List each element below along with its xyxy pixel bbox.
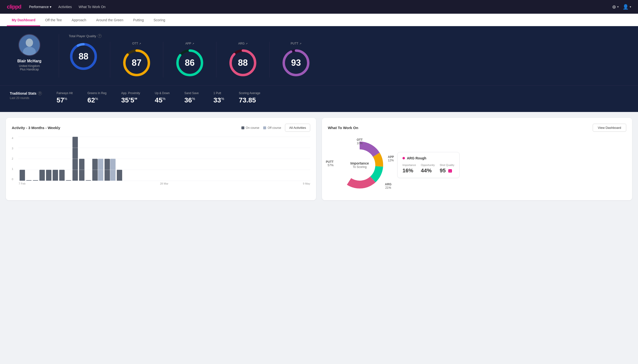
nav-right: ⊕▾ 👤▾ [612, 4, 631, 10]
profile-country: United Kingdom [19, 64, 40, 68]
tabs-bar: My Dashboard Off the Tee Approach Around… [0, 14, 638, 26]
stat-fairways: Fairways Hit 57% [57, 92, 73, 104]
app-label: APP ↗ [185, 42, 194, 45]
putt-label: PUTT ↗ [291, 42, 301, 45]
profile-handicap: Plus Handicap [20, 68, 39, 71]
help-icon[interactable]: ? [98, 34, 102, 38]
arg-circle: 88 [228, 48, 258, 78]
info-card: ARG Rough Importance 16% Opportunity 44%… [397, 152, 460, 178]
ott-trend-icon: ↗ [139, 42, 141, 45]
stat-proximity: App. Proximity 35'5" [121, 92, 140, 104]
divider [59, 34, 59, 78]
tab-my-dashboard[interactable]: My Dashboard [7, 14, 40, 26]
nav-links: Performance ▾ Activities What To Work On [29, 5, 106, 9]
putt-trend-icon: ↗ [299, 42, 301, 45]
stats-items: Fairways Hit 57% Greens In Reg 62% App. … [57, 92, 260, 104]
metric-shot-quality: Shot Quality 95 ↓ [440, 164, 454, 174]
grid-line [19, 159, 310, 159]
user-menu-button[interactable]: 👤▾ [622, 4, 631, 10]
arg-label: ARG ↗ [238, 42, 248, 45]
stat-gir: Greens In Reg 62% [87, 92, 106, 104]
off-course-dot [263, 126, 266, 129]
putt-value: 93 [291, 58, 301, 68]
on-course-dot [241, 126, 244, 129]
tab-putting[interactable]: Putting [128, 14, 149, 26]
arg-label: ARG 21% [385, 182, 391, 190]
bars-area: 7 Feb 28 Mar 9 May [19, 137, 310, 186]
stats-subtitle: Last 20 rounds [10, 96, 42, 100]
nav-activities[interactable]: Activities [58, 5, 72, 9]
nav-performance[interactable]: Performance ▾ [29, 5, 51, 9]
wtwon-header: What To Work On View Dashboard [328, 124, 626, 132]
ott-value: 87 [132, 58, 141, 68]
grid [19, 137, 310, 181]
donut-center: Importance To Scoring [350, 161, 369, 169]
tab-approach[interactable]: Approach [67, 14, 91, 26]
wtwon-title: What To Work On [328, 126, 358, 130]
score-app: APP ↗ 86 [163, 42, 217, 78]
ott-label: OTT ↗ [132, 42, 141, 45]
info-card-title: ARG Rough [402, 156, 454, 160]
bottom-panels: Activity - 3 Months - Weekly On course O… [0, 112, 638, 206]
app-trend-icon: ↗ [192, 42, 194, 45]
stat-updown: Up & Down 45% [155, 92, 170, 104]
score-arg: ARG ↗ 88 [217, 42, 270, 78]
tab-off-the-tee[interactable]: Off the Tee [40, 14, 67, 26]
stat-scoring-avg: Scoring Average 73.85 [239, 92, 260, 104]
profile-section: Blair McHarg United Kingdom Plus Handica… [10, 34, 49, 71]
donut-chart: Importance To Scoring OTT 10% APP 12% AR… [328, 136, 391, 194]
grid-line [19, 137, 310, 137]
svg-point-1 [26, 38, 33, 47]
view-dashboard-button[interactable]: View Dashboard [593, 124, 626, 132]
stat-sandsave: Sand Save 36% [184, 92, 199, 104]
avatar [18, 34, 40, 56]
score-circles: 88 OTT ↗ 87 [69, 42, 628, 78]
profile-name: Blair McHarg [17, 59, 42, 63]
chart-legend: On course Off course [241, 126, 281, 130]
metric-importance: Importance 16% [402, 164, 416, 174]
grid-line [19, 181, 310, 181]
stat-1putt: 1 Putt 33% [214, 92, 224, 104]
legend-on-course: On course [241, 126, 259, 130]
score-putt: PUTT ↗ 93 [270, 42, 322, 78]
stats-section: Traditional Stats ? Last 20 rounds Fairw… [0, 85, 638, 112]
score-overall: 88 [69, 42, 110, 78]
shot-quality-badge: ↓ [448, 169, 452, 172]
all-activities-button[interactable]: All Activities [285, 124, 310, 132]
tab-scoring[interactable]: Scoring [149, 14, 170, 26]
chart-area: 4 3 2 1 0 [12, 137, 310, 190]
wtwon-content: Importance To Scoring OTT 10% APP 12% AR… [328, 136, 626, 194]
hero-section: Blair McHarg United Kingdom Plus Handica… [0, 26, 638, 85]
stats-label: Traditional Stats ? Last 20 rounds [10, 92, 42, 100]
overall-circle: 88 [69, 42, 98, 71]
add-button[interactable]: ⊕▾ [612, 4, 619, 10]
overall-value: 88 [79, 51, 88, 62]
putt-circle: 93 [281, 48, 311, 78]
putt-label: PUTT 57% [326, 160, 333, 167]
tab-around-the-green[interactable]: Around the Green [91, 14, 128, 26]
wtwon-panel: What To Work On View Dashboard [322, 118, 632, 200]
app-label: APP 12% [388, 155, 394, 162]
app-value: 86 [185, 58, 195, 68]
ott-label: OTT 10% [357, 138, 363, 145]
stats-help-icon[interactable]: ? [38, 92, 42, 95]
top-nav: clippd Performance ▾ Activities What To … [0, 0, 638, 14]
legend-off-course: Off course [263, 126, 281, 130]
app-circle: 86 [175, 48, 204, 78]
chart-title: Activity - 3 Months - Weekly [12, 126, 60, 130]
info-metrics: Importance 16% Opportunity 44% Shot Qual… [402, 164, 454, 174]
scores-section: Total Player Quality ? 88 [69, 34, 628, 78]
arg-value: 88 [238, 58, 248, 68]
info-dot-icon [402, 157, 405, 160]
logo: clippd [7, 4, 21, 10]
y-axis: 4 3 2 1 0 [12, 137, 17, 186]
quality-label: Total Player Quality ? [69, 34, 628, 38]
grid-line [19, 148, 310, 148]
arg-trend-icon: ↗ [246, 42, 248, 45]
chart-header: Activity - 3 Months - Weekly On course O… [12, 124, 310, 132]
grid-line [19, 170, 310, 170]
score-ott: OTT ↗ 87 [110, 42, 163, 78]
nav-what-to-work-on[interactable]: What To Work On [79, 5, 106, 9]
x-axis: 7 Feb 28 Mar 9 May [19, 181, 310, 185]
activity-chart-panel: Activity - 3 Months - Weekly On course O… [6, 118, 316, 200]
